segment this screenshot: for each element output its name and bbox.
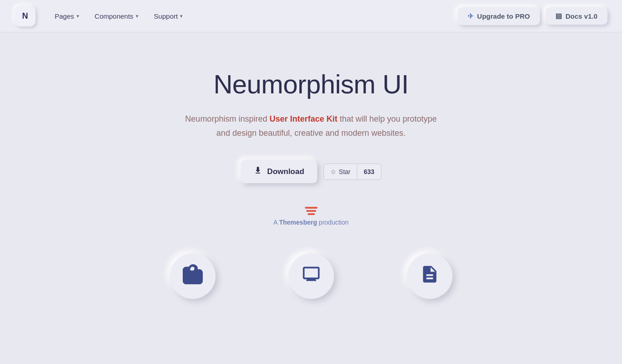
box-icon	[183, 264, 203, 288]
feature-ui	[288, 253, 334, 299]
star-count: 633	[357, 164, 380, 179]
feature-icons-row	[106, 244, 516, 299]
page-title: Neumorphism UI	[213, 69, 408, 99]
download-icon	[253, 166, 262, 177]
logo-line-2	[306, 210, 316, 212]
chevron-down-icon: ▾	[77, 13, 79, 19]
themesberg-logo	[305, 207, 318, 215]
upgrade-label: Upgrade to PRO	[477, 12, 530, 20]
chevron-down-icon: ▾	[180, 13, 183, 19]
nav-support[interactable]: Support ▾	[148, 9, 190, 24]
hero-buttons: Download ☆ Star 633	[241, 160, 381, 183]
feature-components	[170, 253, 216, 299]
hero-subtitle: Neumorphism inspired User Interface Kit …	[184, 112, 439, 140]
subtitle-before: Neumorphism inspired	[185, 114, 269, 123]
docs-label: Docs v1.0	[565, 12, 597, 20]
star-button[interactable]: ☆ Star 633	[324, 164, 381, 180]
send-icon: ✈	[468, 12, 473, 21]
nav-components-label: Components	[95, 12, 134, 20]
star-icon: ☆	[330, 168, 336, 175]
feature-docs	[407, 253, 452, 299]
upgrade-button[interactable]: ✈ Upgrade to PRO	[458, 7, 540, 25]
subtitle-highlight: User Interface Kit	[269, 114, 337, 123]
navbar-actions: ✈ Upgrade to PRO ▤ Docs v1.0	[458, 7, 607, 25]
download-button[interactable]: Download	[241, 160, 317, 183]
docs-button[interactable]: ▤ Docs v1.0	[545, 7, 607, 25]
themesberg-text: A Themesberg production	[273, 219, 349, 226]
nav-support-label: Support	[154, 12, 178, 20]
monitor-icon	[301, 264, 321, 288]
chevron-down-icon: ▾	[136, 13, 139, 19]
download-label: Download	[267, 167, 304, 176]
star-left[interactable]: ☆ Star	[324, 164, 358, 179]
themesberg-brand: Themesberg	[279, 219, 317, 226]
nav-components[interactable]: Components ▾	[88, 9, 145, 24]
logo-line-1	[305, 207, 318, 209]
nav-pages-label: Pages	[55, 12, 74, 20]
themesberg-tagline-before: A	[273, 219, 279, 226]
navbar: N Pages ▾ Components ▾ Support ▾ ✈ Upgra…	[0, 0, 622, 32]
themesberg-tagline-end: production	[317, 219, 349, 226]
themesberg-badge: A Themesberg production	[273, 207, 349, 226]
document-icon	[420, 264, 440, 288]
star-label: Star	[339, 168, 351, 175]
logo-line-3	[308, 213, 315, 215]
nav-menu: Pages ▾ Components ▾ Support ▾	[48, 9, 458, 24]
hero-section: Neumorphism UI Neumorphism inspired User…	[0, 32, 622, 244]
file-icon: ▤	[555, 12, 562, 20]
logo[interactable]: N	[15, 5, 36, 26]
nav-pages[interactable]: Pages ▾	[48, 9, 86, 24]
